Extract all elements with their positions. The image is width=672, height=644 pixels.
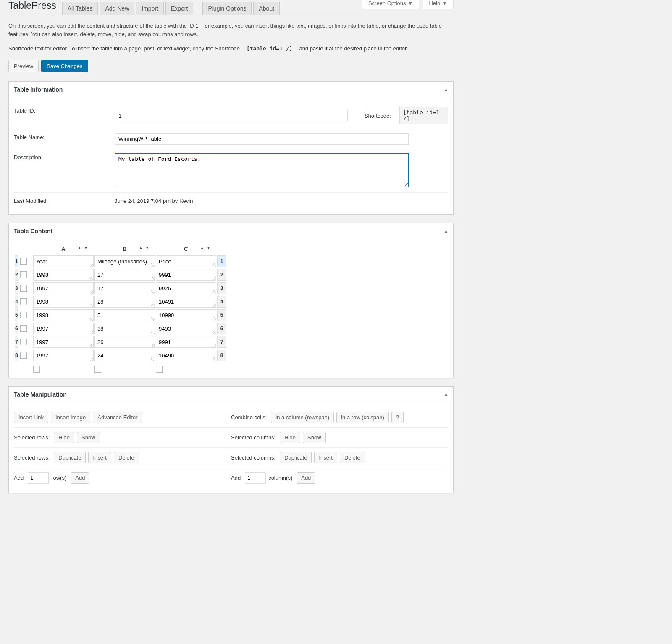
cols-hide-button[interactable]: Hide: [280, 432, 300, 443]
rows-duplicate-button[interactable]: Duplicate: [54, 452, 86, 463]
row-number-right[interactable]: 8: [217, 350, 226, 361]
row-checkbox[interactable]: [20, 312, 27, 318]
tab-import[interactable]: Import: [136, 2, 164, 15]
add-rows-button[interactable]: Add: [71, 472, 89, 484]
colspan-button[interactable]: in a row (colspan): [336, 412, 389, 423]
row-checkbox[interactable]: [20, 285, 27, 292]
table-id-input[interactable]: [115, 110, 348, 121]
add-rows-input[interactable]: [28, 472, 49, 484]
row-number-right[interactable]: 4: [217, 296, 226, 308]
cell-input[interactable]: [94, 255, 155, 267]
cell-input[interactable]: [156, 350, 216, 361]
rows-hide-button[interactable]: Hide: [54, 432, 74, 443]
table-name-input[interactable]: [115, 133, 409, 145]
resize-handle-icon[interactable]: [90, 344, 93, 347]
row-number-left[interactable]: 3: [15, 282, 18, 294]
preview-button[interactable]: Preview: [8, 60, 39, 72]
screen-options-button[interactable]: Screen Options▼: [362, 0, 419, 9]
resize-handle-icon[interactable]: [213, 290, 216, 294]
row-number-right[interactable]: 3: [217, 282, 226, 294]
row-checkbox[interactable]: [20, 352, 27, 359]
column-head-B[interactable]: B▲ ▼: [94, 244, 155, 254]
insert-link-button[interactable]: Insert Link: [14, 412, 48, 423]
resize-handle-icon[interactable]: [90, 277, 93, 280]
cols-duplicate-button[interactable]: Duplicate: [280, 452, 312, 463]
tab-add-new[interactable]: Add New: [100, 2, 134, 15]
cell-input[interactable]: [94, 323, 155, 334]
add-cols-input[interactable]: [245, 472, 266, 484]
resize-handle-icon[interactable]: [213, 317, 216, 321]
cell-input[interactable]: [156, 296, 216, 308]
resize-handle-icon[interactable]: [151, 344, 155, 347]
row-number-right[interactable]: 6: [217, 323, 226, 334]
rows-insert-button[interactable]: Insert: [88, 452, 111, 463]
cell-input[interactable]: [156, 282, 216, 294]
cell-input[interactable]: [94, 282, 155, 294]
resize-handle-icon[interactable]: [90, 331, 93, 334]
row-number-left[interactable]: 8: [15, 350, 18, 361]
row-number-right[interactable]: 1: [217, 255, 226, 267]
panel-toggle-icon[interactable]: ▲: [444, 87, 448, 92]
row-checkbox[interactable]: [20, 298, 27, 305]
panel-toggle-icon[interactable]: ▲: [444, 392, 448, 397]
tab-about[interactable]: About: [253, 2, 280, 15]
cell-input[interactable]: [156, 336, 216, 348]
cell-input[interactable]: [156, 309, 216, 321]
cell-input[interactable]: [94, 336, 155, 348]
row-number-left[interactable]: 4: [15, 296, 18, 308]
resize-handle-icon[interactable]: [90, 357, 93, 361]
row-checkbox[interactable]: [20, 325, 27, 332]
resize-handle-icon[interactable]: [151, 317, 155, 321]
resize-handle-icon[interactable]: [151, 357, 155, 361]
cell-input[interactable]: [156, 269, 216, 281]
row-number-left[interactable]: 1: [15, 255, 18, 267]
rows-show-button[interactable]: Show: [77, 432, 100, 443]
resize-handle-icon[interactable]: [90, 263, 93, 267]
cols-delete-button[interactable]: Delete: [340, 452, 365, 463]
resize-handle-icon[interactable]: [213, 331, 216, 334]
tab-all-tables[interactable]: All Tables: [62, 2, 98, 15]
row-checkbox[interactable]: [20, 339, 27, 345]
cell-input[interactable]: [33, 323, 94, 334]
cell-input[interactable]: [94, 309, 155, 321]
column-head-A[interactable]: A▲ ▼: [33, 244, 94, 254]
cell-input[interactable]: [33, 336, 94, 348]
resize-handle-icon[interactable]: [151, 263, 155, 267]
rowspan-button[interactable]: in a column (rowspan): [271, 412, 334, 423]
row-checkbox[interactable]: [20, 258, 27, 265]
column-checkbox[interactable]: [156, 366, 163, 373]
combine-help-button[interactable]: ?: [391, 412, 404, 423]
tab-export[interactable]: Export: [165, 2, 193, 15]
column-checkbox[interactable]: [33, 366, 40, 373]
cols-show-button[interactable]: Show: [303, 432, 326, 443]
row-number-left[interactable]: 6: [15, 323, 18, 334]
resize-handle-icon[interactable]: [213, 344, 216, 347]
resize-handle-icon[interactable]: [151, 290, 155, 294]
add-cols-button[interactable]: Add: [297, 472, 315, 484]
resize-handle-icon[interactable]: [213, 357, 216, 361]
cell-input[interactable]: [156, 323, 216, 334]
cell-input[interactable]: [33, 282, 94, 294]
cell-input[interactable]: [33, 269, 94, 281]
resize-handle-icon[interactable]: [213, 277, 216, 280]
rows-delete-button[interactable]: Delete: [114, 452, 139, 463]
help-button[interactable]: Help▼: [423, 0, 454, 9]
cell-input[interactable]: [94, 296, 155, 308]
cell-input[interactable]: [156, 255, 216, 267]
cols-insert-button[interactable]: Insert: [314, 452, 337, 463]
row-number-left[interactable]: 7: [15, 336, 18, 348]
cell-input[interactable]: [33, 350, 94, 361]
cell-input[interactable]: [94, 269, 155, 281]
resize-handle-icon[interactable]: [213, 304, 216, 307]
resize-handle-icon[interactable]: [90, 290, 93, 294]
panel-toggle-icon[interactable]: ▲: [444, 229, 448, 234]
resize-handle-icon[interactable]: [151, 331, 155, 334]
resize-handle-icon[interactable]: [151, 277, 155, 280]
description-textarea[interactable]: [115, 153, 409, 187]
row-number-right[interactable]: 2: [217, 269, 226, 281]
column-head-C[interactable]: C▲ ▼: [156, 244, 216, 254]
advanced-editor-button[interactable]: Advanced Editor: [93, 412, 142, 423]
row-number-right[interactable]: 5: [217, 309, 226, 321]
row-checkbox[interactable]: [20, 271, 27, 278]
insert-image-button[interactable]: Insert Image: [51, 412, 90, 423]
